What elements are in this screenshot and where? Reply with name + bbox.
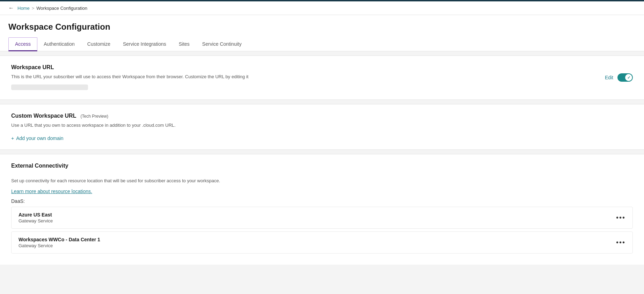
tab-customize[interactable]: Customize <box>81 37 117 51</box>
page-title: Workspace Configuration <box>8 22 636 32</box>
resource-menu-1[interactable]: ••• <box>616 238 625 247</box>
tab-authentication[interactable]: Authentication <box>37 37 81 51</box>
resource-name-0: Azure US East <box>19 212 53 218</box>
breadcrumb-current: Workspace Configuration <box>36 6 87 11</box>
workspace-url-section: Workspace URL This is the URL your subsc… <box>0 56 644 100</box>
tab-service-continuity[interactable]: Service Continuity <box>196 37 248 51</box>
custom-url-desc: Use a URL that you own to access workspa… <box>11 122 633 129</box>
workspace-url-toggle[interactable] <box>617 73 633 82</box>
workspace-url-display <box>11 84 88 90</box>
content-area: Workspace URL This is the URL your subsc… <box>0 56 644 265</box>
resource-menu-0[interactable]: ••• <box>616 214 625 222</box>
back-button[interactable]: ← <box>8 5 14 11</box>
resource-type-1: Gateway Service <box>19 243 100 248</box>
daas-label: DaaS: <box>11 198 633 204</box>
external-connectivity-desc: Set up connectivity for each resource lo… <box>11 177 633 184</box>
custom-url-title: Custom Workspace URL (Tech Preview) <box>11 113 633 119</box>
breadcrumb-separator: > <box>32 6 35 11</box>
resource-row-0: Azure US East Gateway Service ••• <box>11 207 633 229</box>
tab-sites[interactable]: Sites <box>173 37 196 51</box>
resource-type-0: Gateway Service <box>19 218 53 223</box>
resource-info-1: Workspaces WWCo - Data Center 1 Gateway … <box>19 237 100 248</box>
tab-service-integrations[interactable]: Service Integrations <box>117 37 173 51</box>
toggle-knob <box>625 74 632 81</box>
workspace-url-desc: This is the URL your subscriber will use… <box>11 73 605 80</box>
add-domain-link[interactable]: + Add your own domain <box>11 135 64 141</box>
breadcrumb-home[interactable]: Home <box>17 6 30 11</box>
add-domain-label: Add your own domain <box>16 135 63 141</box>
resource-row-1: Workspaces WWCo - Data Center 1 Gateway … <box>11 231 633 253</box>
tab-access[interactable]: Access <box>8 37 37 51</box>
breadcrumb: ← Home > Workspace Configuration <box>0 1 644 15</box>
workspace-url-title: Workspace URL <box>11 64 605 71</box>
edit-toggle-group: Edit <box>605 73 633 82</box>
tech-preview-badge: (Tech Preview) <box>81 114 108 119</box>
edit-link[interactable]: Edit <box>605 75 613 80</box>
custom-workspace-url-section: Custom Workspace URL (Tech Preview) Use … <box>0 104 644 150</box>
external-connectivity-section: External Connectivity Set up connectivit… <box>0 154 644 265</box>
resource-info-0: Azure US East Gateway Service <box>19 212 53 223</box>
page-header: Workspace Configuration Access Authentic… <box>0 15 644 51</box>
tab-bar: Access Authentication Customize Service … <box>8 37 636 51</box>
plus-icon: + <box>11 135 14 141</box>
external-connectivity-title: External Connectivity <box>11 163 633 169</box>
resource-name-1: Workspaces WWCo - Data Center 1 <box>19 237 100 242</box>
learn-more-link[interactable]: Learn more about resource locations. <box>11 189 92 194</box>
